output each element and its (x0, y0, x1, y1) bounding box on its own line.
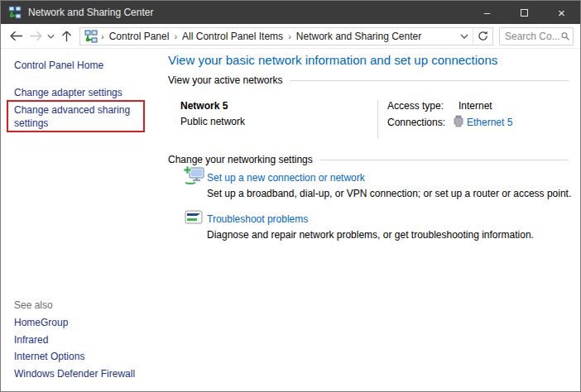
sidebar-control-panel-home[interactable]: Control Panel Home (14, 60, 103, 71)
active-networks-label: View your active networks (168, 74, 283, 86)
sidebar: Control Panel Home Change adapter settin… (1, 49, 163, 391)
search-icon (561, 31, 569, 41)
network-app-icon (8, 6, 22, 19)
section-rule (319, 160, 569, 160)
networking-settings-label: Change your networking settings (168, 154, 313, 165)
maximize-icon (521, 9, 528, 17)
breadcrumb-separator: › (98, 31, 108, 41)
window-title: Network and Sharing Center (28, 7, 468, 18)
content-area: Control Panel Home Change adapter settin… (1, 49, 580, 391)
access-type-value: Internet (459, 100, 492, 112)
address-network-icon (84, 30, 98, 43)
breadcrumb-separator: › (170, 31, 180, 41)
search-box[interactable] (499, 27, 574, 45)
chevron-down-icon (47, 34, 55, 39)
networking-settings-section-header: Change your networking settings (168, 153, 569, 166)
address-bar[interactable]: › Control Panel › All Control Panel Item… (79, 27, 493, 45)
maximize-button[interactable] (506, 1, 543, 24)
forward-arrow-icon (29, 31, 43, 41)
troubleshoot-link[interactable]: Troubleshoot problems (207, 213, 308, 225)
troubleshoot-icon (185, 210, 203, 225)
sidebar-change-adapter-settings[interactable]: Change adapter settings (14, 87, 122, 98)
new-connection-icon (183, 166, 205, 185)
troubleshoot-description: Diagnose and repair network problems, or… (207, 229, 534, 241)
network-name: Network 5 (180, 100, 228, 112)
refresh-button[interactable] (473, 28, 492, 45)
refresh-icon (478, 31, 488, 41)
address-dropdown-button[interactable] (456, 28, 473, 45)
toolbar: › Control Panel › All Control Panel Item… (1, 24, 580, 49)
search-input[interactable] (505, 31, 561, 42)
minimize-button[interactable]: – (468, 1, 506, 24)
ethernet-icon (454, 115, 463, 127)
see-also-label: See also (14, 299, 53, 311)
back-button[interactable] (6, 26, 26, 46)
setup-connection-description: Set up a broadband, dial-up, or VPN conn… (207, 188, 571, 199)
breadcrumb-current[interactable]: Network and Sharing Center (295, 31, 423, 42)
setup-connection-link[interactable]: Set up a new connection or network (207, 172, 365, 184)
back-arrow-icon (9, 31, 23, 41)
active-network-divider (377, 100, 378, 139)
titlebar: Network and Sharing Center – × (1, 1, 580, 24)
section-rule (290, 80, 569, 81)
main-pane: View your basic network information and … (163, 49, 580, 391)
breadcrumb-all-items[interactable]: All Control Panel Items (180, 31, 285, 42)
connections-label: Connections: (387, 117, 445, 128)
forward-button[interactable] (26, 26, 46, 46)
sidebar-infrared[interactable]: Infrared (14, 334, 48, 346)
sidebar-change-advanced-sharing[interactable]: Change advanced sharing settings (14, 103, 140, 130)
network-type: Public network (180, 116, 245, 127)
recent-pages-dropdown[interactable] (46, 26, 56, 46)
sidebar-homegroup[interactable]: HomeGroup (14, 317, 68, 328)
breadcrumb-separator: › (285, 31, 295, 41)
sidebar-windows-defender-firewall[interactable]: Windows Defender Firewall (14, 368, 135, 380)
up-button[interactable] (56, 26, 76, 46)
network-sharing-center-window: Network and Sharing Center – × (0, 0, 581, 392)
connection-ethernet-link[interactable]: Ethernet 5 (467, 117, 512, 128)
page-title: View your basic network information and … (168, 53, 497, 67)
access-type-label: Access type: (387, 100, 444, 112)
chevron-down-icon (460, 34, 468, 39)
close-button[interactable]: × (543, 1, 580, 24)
active-networks-section-header: View your active networks (168, 74, 569, 87)
sidebar-internet-options[interactable]: Internet Options (14, 351, 84, 362)
up-arrow-icon (61, 30, 72, 42)
breadcrumb-control-panel[interactable]: Control Panel (108, 31, 171, 42)
